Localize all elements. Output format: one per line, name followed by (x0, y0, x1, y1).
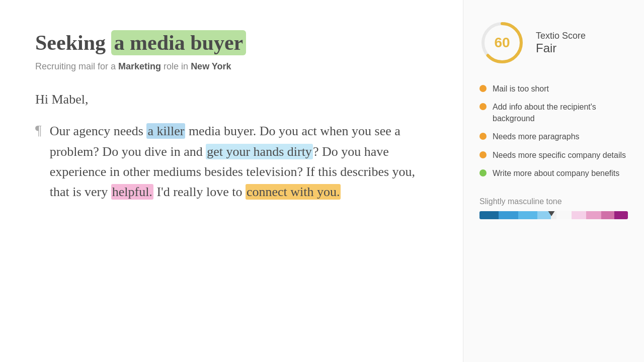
tone-marker (547, 211, 556, 216)
tone-seg-2 (499, 211, 518, 219)
tone-seg-1 (479, 211, 499, 219)
feedback-text-4: Needs more specific company details (493, 150, 626, 161)
feedback-dot-5 (479, 169, 487, 176)
tone-seg-6 (556, 211, 572, 219)
feedback-text-3: Needs more paragraphs (493, 131, 580, 142)
score-number: 60 (494, 35, 510, 51)
feedback-item-5: Write more about company benefits (479, 168, 628, 179)
sidebar: 60 Textio Score Fair Mail is too short A… (463, 0, 644, 362)
tone-label: Slightly masculine tone (479, 197, 628, 206)
score-value: Fair (536, 41, 586, 55)
score-label: Textio Score Fair (536, 31, 586, 55)
subtitle-location: New York (191, 61, 231, 71)
paragraph-block: ¶ Our agency needs a killer media buyer.… (35, 121, 433, 202)
subtitle-role: Marketing (118, 61, 161, 71)
score-title: Textio Score (536, 31, 586, 41)
tone-seg-10 (614, 211, 628, 219)
title-highlighted: a media buyer (111, 30, 247, 55)
tone-bar (479, 211, 628, 219)
feedback-dot-2 (479, 103, 487, 110)
feedback-dot-3 (479, 133, 487, 140)
tone-seg-7 (572, 211, 587, 219)
pilcrow-icon: ¶ (35, 122, 42, 138)
feedback-item-1: Mail is too short (479, 83, 628, 95)
feedback-text-5: Write more about company benefits (493, 168, 619, 179)
feedback-dot-4 (479, 151, 487, 158)
feedback-text-1: Mail is too short (493, 83, 549, 95)
greeting: Hi Mabel, (35, 92, 433, 107)
paragraph-text: Our agency needs a killer media buyer. D… (50, 121, 433, 202)
score-section: 60 Textio Score Fair (479, 20, 628, 65)
feedback-item-4: Needs more specific company details (479, 150, 628, 161)
feedback-list: Mail is too short Add info about the rec… (479, 83, 628, 179)
subtitle-mid: role in (161, 61, 191, 71)
highlight-killer: a killer (146, 123, 185, 139)
title-before: Seeking (35, 31, 111, 54)
tone-section: Slightly masculine tone (479, 197, 628, 219)
subtitle-text: Recruiting mail for a (35, 61, 118, 71)
tone-seg-8 (586, 211, 601, 219)
score-circle: 60 (479, 20, 525, 65)
text-seg-4: I'd really love to (153, 185, 246, 199)
feedback-item-2: Add info about the recipient's backgroun… (479, 102, 628, 124)
page-title: Seeking a media buyer (35, 30, 433, 55)
highlight-hands: get your hands dirty (206, 144, 313, 159)
highlight-connect: connect with you. (246, 184, 341, 200)
tone-seg-3 (518, 211, 537, 219)
main-content: Seeking a media buyer Recruiting mail fo… (0, 0, 463, 362)
tone-seg-9 (601, 211, 615, 219)
feedback-item-3: Needs more paragraphs (479, 131, 628, 142)
feedback-dot-1 (479, 85, 487, 92)
subtitle: Recruiting mail for a Marketing role in … (35, 61, 433, 72)
text-seg-1: Our agency needs (50, 124, 147, 138)
highlight-helpful: helpful. (111, 184, 153, 200)
feedback-text-2: Add info about the recipient's backgroun… (493, 102, 628, 124)
